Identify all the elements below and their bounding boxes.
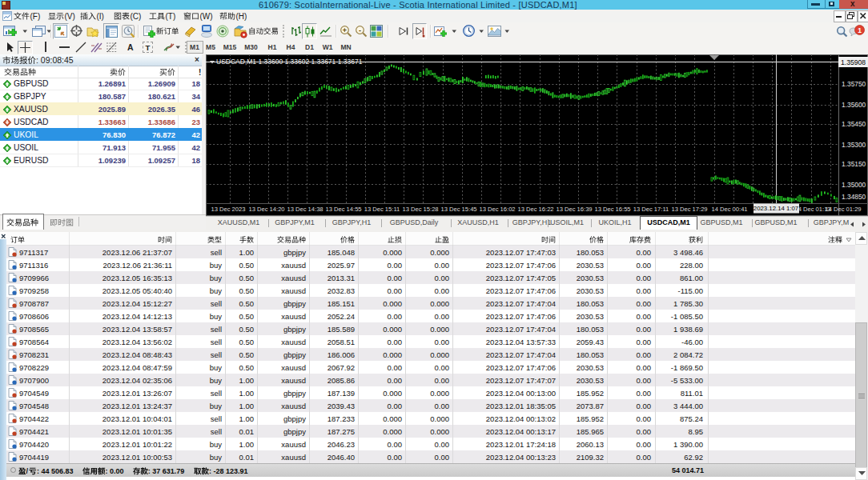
svg-text:13 Dec 14:20: 13 Dec 14:20 (248, 206, 284, 213)
svg-text:2023.12.14 1:07: 2023.12.14 1:07 (753, 205, 798, 212)
svg-text:13 Dec 15:45: 13 Dec 15:45 (440, 206, 476, 213)
svg-text:13 Dec 17:29: 13 Dec 17:29 (671, 206, 707, 213)
svg-text:14 Dec 01:29: 14 Dec 01:29 (825, 206, 861, 213)
svg-text:1: 1 (858, 26, 862, 34)
svg-text:1.35300: 1.35300 (842, 141, 866, 149)
svg-text:-: - (359, 26, 361, 34)
svg-text:1.35750: 1.35750 (842, 80, 866, 88)
svg-text:13 Dec 14:55: 13 Dec 14:55 (325, 206, 361, 213)
svg-text:13 Dec 15:28: 13 Dec 15:28 (402, 206, 438, 213)
svg-text:+: + (343, 26, 347, 34)
svg-text:14 Dec 00:41: 14 Dec 00:41 (711, 206, 747, 213)
svg-text:13 Dec 16:02: 13 Dec 16:02 (479, 206, 515, 213)
svg-text:13 Dec 16:55: 13 Dec 16:55 (594, 206, 630, 213)
svg-text:1.34850: 1.34850 (842, 193, 866, 201)
svg-text:13 Dec 16:22: 13 Dec 16:22 (517, 206, 553, 213)
svg-text:1.35450: 1.35450 (842, 120, 866, 128)
svg-text:13 Dec 15:11: 13 Dec 15:11 (364, 206, 400, 213)
svg-text:1.35600: 1.35600 (842, 101, 866, 109)
svg-text:13 Dec 17:11: 13 Dec 17:11 (633, 206, 669, 213)
svg-text:USDCAD,M1 1.33600 1.33602 1.3: USDCAD,M1 1.33600 1.33602 1.33671 1.3367… (216, 58, 363, 66)
svg-text:1.35000: 1.35000 (842, 181, 866, 189)
svg-text:13 Dec 16:39: 13 Dec 16:39 (556, 206, 592, 213)
svg-text:13 Dec 14:38: 13 Dec 14:38 (287, 206, 323, 213)
svg-text:1.35150: 1.35150 (842, 160, 866, 168)
svg-text:1.35908: 1.35908 (841, 58, 866, 66)
svg-text:13 Dec 2023: 13 Dec 2023 (211, 206, 245, 213)
